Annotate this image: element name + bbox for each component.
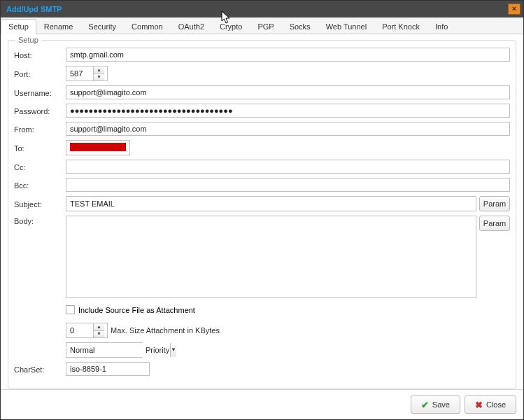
priority-label: Priority xyxy=(146,346,169,354)
include-attachment-label: Include Source File as Attachment xyxy=(78,306,195,314)
body-label: Body: xyxy=(14,216,66,225)
username-label: Username: xyxy=(14,88,66,97)
charset-input[interactable] xyxy=(66,362,150,376)
tab-webtunnel[interactable]: Web Tunnel xyxy=(318,19,375,34)
port-up-button[interactable]: ▲ xyxy=(94,66,104,74)
smtp-dialog-window: Add/Upd SMTP × Setup Rename Security Com… xyxy=(0,0,524,420)
priority-dropdown-button[interactable]: ▼ xyxy=(170,343,176,357)
tab-crypto[interactable]: Crypto xyxy=(212,19,250,34)
titlebar: Add/Upd SMTP × xyxy=(1,1,523,18)
port-input[interactable] xyxy=(66,66,93,80)
tab-security[interactable]: Security xyxy=(80,19,124,34)
window-title: Add/Upd SMTP xyxy=(6,5,62,13)
include-attachment-checkbox[interactable] xyxy=(66,305,75,314)
port-spinner[interactable]: ▲ ▼ xyxy=(66,66,108,81)
tab-setup[interactable]: Setup xyxy=(1,19,36,34)
x-icon: ✖ xyxy=(475,400,483,410)
maxsize-input[interactable] xyxy=(66,323,93,337)
dialog-footer: ✔ Save ✖ Close xyxy=(1,389,523,419)
tab-oauth2[interactable]: OAuth2 xyxy=(171,19,212,34)
fieldset-legend: Setup xyxy=(15,36,41,44)
tab-portknock[interactable]: Port Knock xyxy=(374,19,427,34)
body-textarea[interactable] xyxy=(66,216,476,298)
save-button-label: Save xyxy=(432,400,450,409)
check-icon: ✔ xyxy=(421,400,429,410)
host-label: Host: xyxy=(14,50,66,59)
host-input[interactable] xyxy=(66,48,510,62)
password-label: Password: xyxy=(14,106,66,115)
window-close-button[interactable]: × xyxy=(508,4,521,15)
maxsize-label: Max. Size Attachment in KBytes xyxy=(111,326,220,335)
close-button-label: Close xyxy=(486,400,506,409)
from-input[interactable] xyxy=(66,122,510,136)
charset-label: CharSet: xyxy=(14,364,66,374)
body-param-button[interactable]: Param xyxy=(479,216,510,231)
tab-socks[interactable]: Socks xyxy=(282,19,318,34)
subject-input[interactable] xyxy=(66,196,476,211)
tab-rename[interactable]: Rename xyxy=(36,19,81,34)
tab-pgp[interactable]: PGP xyxy=(250,19,281,34)
tab-info[interactable]: Info xyxy=(427,19,455,34)
bcc-input[interactable] xyxy=(66,178,510,192)
to-input[interactable] xyxy=(66,140,130,155)
maxsize-down-button[interactable]: ▼ xyxy=(94,331,104,338)
cc-label: Cc: xyxy=(14,162,66,172)
setup-fieldset: Setup Host: Port: ▲ ▼ xyxy=(8,40,516,389)
subject-label: Subject: xyxy=(14,199,66,209)
priority-combo[interactable]: ▼ xyxy=(66,342,143,358)
tab-common[interactable]: Common xyxy=(124,19,171,34)
subject-param-button[interactable]: Param xyxy=(479,196,510,211)
password-input[interactable] xyxy=(66,104,510,118)
username-input[interactable] xyxy=(66,85,510,99)
maxsize-up-button[interactable]: ▲ xyxy=(94,323,104,331)
cc-input[interactable] xyxy=(66,160,510,174)
maxsize-spinner[interactable]: ▲ ▼ xyxy=(66,323,108,338)
save-button[interactable]: ✔ Save xyxy=(411,396,460,414)
tab-strip: Setup Rename Security Common OAuth2 Cryp… xyxy=(1,18,523,34)
to-label: To: xyxy=(14,143,66,153)
from-label: From: xyxy=(14,124,66,134)
to-redacted-value xyxy=(70,143,126,151)
port-down-button[interactable]: ▼ xyxy=(94,74,104,81)
bcc-label: Bcc: xyxy=(14,180,66,190)
tab-content: Setup Host: Port: ▲ ▼ xyxy=(1,34,523,389)
port-label: Port: xyxy=(14,69,66,78)
close-button[interactable]: ✖ Close xyxy=(465,396,516,414)
